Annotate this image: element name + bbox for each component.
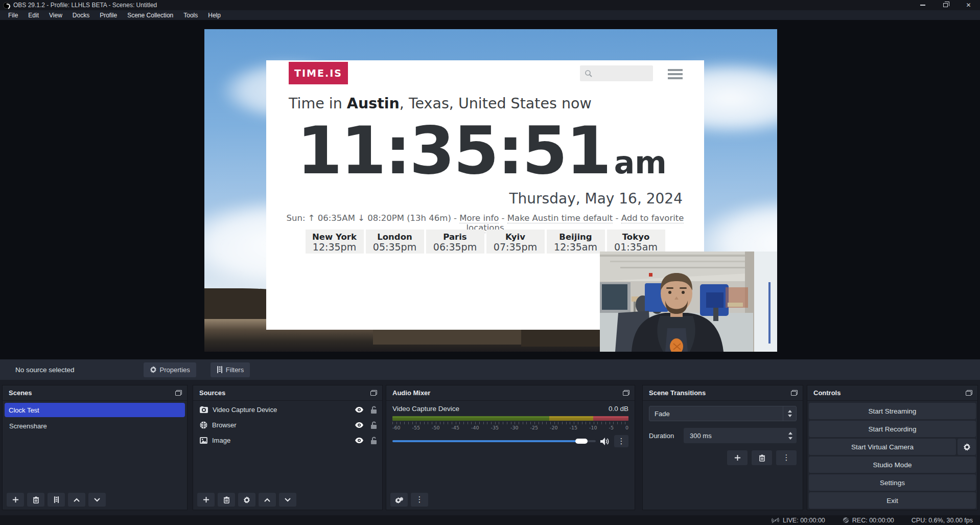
source-browser[interactable]: Browser bbox=[193, 418, 382, 431]
source-video-capture[interactable]: Video Capture Device bbox=[193, 403, 382, 416]
rec-status: REC: 00:00:00 bbox=[843, 517, 894, 524]
remove-source-button[interactable] bbox=[218, 493, 235, 507]
menu-help[interactable]: Help bbox=[203, 10, 226, 20]
cpu-fps-text: CPU: 0.6%, 30.00 fps bbox=[912, 517, 973, 524]
cpu-fps-status: CPU: 0.6%, 30.00 fps bbox=[912, 517, 973, 524]
exit-button[interactable]: Exit bbox=[809, 492, 976, 509]
transition-select[interactable]: Fade bbox=[649, 406, 797, 421]
filter-icon bbox=[217, 366, 223, 373]
city-beijing[interactable]: Beijing12:35am bbox=[547, 230, 605, 254]
make-default-link[interactable]: Make Austin time default bbox=[507, 213, 613, 223]
volume-slider-handle[interactable] bbox=[575, 439, 588, 444]
volume-slider[interactable] bbox=[392, 440, 596, 442]
city-london[interactable]: London05:35pm bbox=[366, 230, 424, 254]
scenes-dock-header: Scenes bbox=[3, 385, 187, 401]
menu-view[interactable]: View bbox=[44, 10, 67, 20]
menu-tools[interactable]: Tools bbox=[178, 10, 203, 20]
popout-icon[interactable] bbox=[791, 390, 798, 396]
transition-menu-button[interactable]: ⋮ bbox=[776, 450, 797, 465]
start-recording-button[interactable]: Start Recording bbox=[809, 421, 976, 437]
mixer-toolbar: ⋮ bbox=[390, 493, 428, 507]
popout-icon[interactable] bbox=[966, 390, 972, 396]
webcam-overlay[interactable] bbox=[600, 252, 777, 352]
program-canvas[interactable]: TIME.IS Time in Austin, Texas, United St… bbox=[204, 29, 777, 352]
scene-up-button[interactable] bbox=[68, 493, 85, 507]
menu-scene-collection[interactable]: Scene Collection bbox=[122, 10, 178, 20]
filters-label: Filters bbox=[226, 366, 244, 374]
scenes-toolbar bbox=[7, 493, 106, 507]
preview-area[interactable]: TIME.IS Time in Austin, Texas, United St… bbox=[0, 20, 980, 359]
properties-label: Properties bbox=[160, 366, 190, 374]
mixer-channel: Video Capture Device 0.0 dB -60-55-50-45… bbox=[386, 401, 635, 447]
remove-scene-button[interactable] bbox=[27, 493, 44, 507]
mixer-menu-button[interactable]: ⋮ bbox=[411, 493, 428, 507]
properties-button[interactable]: Properties bbox=[144, 362, 196, 377]
stream-offline-icon bbox=[771, 517, 780, 523]
visibility-eye-icon[interactable] bbox=[355, 438, 364, 443]
popout-icon[interactable] bbox=[175, 390, 182, 396]
speaker-icon[interactable] bbox=[600, 438, 610, 445]
studio-mode-button[interactable]: Studio Mode bbox=[809, 456, 976, 473]
add-source-button[interactable] bbox=[197, 493, 215, 507]
date-display: Thursday, May 16, 2024 bbox=[509, 190, 683, 207]
visibility-eye-icon[interactable] bbox=[355, 407, 364, 413]
lock-icon[interactable] bbox=[370, 421, 377, 429]
lock-icon[interactable] bbox=[370, 406, 377, 414]
mixer-channel-menu-button[interactable]: ⋮ bbox=[614, 435, 628, 447]
menu-edit[interactable]: Edit bbox=[23, 10, 44, 20]
transitions-dock-header: Scene Transitions bbox=[643, 385, 803, 401]
duration-spin-arrows[interactable] bbox=[784, 432, 797, 440]
menu-profile[interactable]: Profile bbox=[95, 10, 122, 20]
menu-file[interactable]: File bbox=[3, 10, 23, 20]
scene-item-clock-test[interactable]: Clock Test bbox=[5, 403, 185, 417]
transition-select-arrows[interactable] bbox=[783, 406, 796, 421]
source-down-button[interactable] bbox=[279, 493, 296, 507]
scenes-list: Clock Test Screenshare bbox=[3, 403, 187, 432]
duration-spinbox[interactable]: 300 ms bbox=[684, 428, 797, 443]
city-tokyo[interactable]: Tokyo01:35am bbox=[607, 230, 665, 254]
source-up-button[interactable] bbox=[259, 493, 276, 507]
scene-filters-button[interactable] bbox=[48, 493, 65, 507]
controls-title: Controls bbox=[813, 389, 966, 397]
city-kyiv[interactable]: Kyiv07:35pm bbox=[486, 230, 545, 254]
search-input[interactable] bbox=[580, 65, 653, 81]
menu-docks[interactable]: Docks bbox=[67, 10, 95, 20]
advanced-audio-button[interactable] bbox=[390, 493, 408, 507]
source-image[interactable]: Image bbox=[193, 433, 382, 447]
obs-window: OBS 29.1.2 - Profile: LLHLS BETA - Scene… bbox=[0, 0, 980, 525]
source-properties-button[interactable] bbox=[238, 493, 255, 507]
scene-down-button[interactable] bbox=[88, 493, 106, 507]
window-title: OBS 29.1.2 - Profile: LLHLS BETA - Scene… bbox=[13, 2, 157, 9]
scene-item-screenshare[interactable]: Screenshare bbox=[5, 419, 185, 432]
controls-dock-header: Controls bbox=[807, 385, 977, 401]
start-virtual-camera-button[interactable]: Start Virtual Camera bbox=[809, 439, 956, 455]
city-paris[interactable]: Paris06:35pm bbox=[426, 230, 484, 254]
visibility-eye-icon[interactable] bbox=[355, 422, 364, 428]
gear-icon bbox=[150, 366, 157, 373]
remove-transition-button[interactable] bbox=[752, 450, 772, 465]
start-streaming-button[interactable]: Start Streaming bbox=[809, 403, 976, 419]
globe-icon bbox=[200, 421, 207, 429]
filters-button[interactable]: Filters bbox=[211, 362, 250, 377]
timeis-logo[interactable]: TIME.IS bbox=[289, 62, 348, 84]
virtual-camera-settings-button[interactable] bbox=[958, 439, 976, 455]
close-button[interactable]: ✕ bbox=[957, 0, 980, 10]
clock-digits: 11:35:51 bbox=[297, 112, 610, 189]
controls-dock: Controls Start Streaming Start Recording… bbox=[807, 385, 978, 510]
audio-mixer-dock-header: Audio Mixer bbox=[386, 385, 635, 401]
add-transition-button[interactable] bbox=[727, 450, 748, 465]
gear-icon bbox=[963, 443, 971, 451]
lock-icon[interactable] bbox=[370, 437, 377, 444]
hamburger-menu-icon[interactable] bbox=[668, 69, 683, 81]
sources-title: Sources bbox=[199, 389, 370, 397]
sun-times: Sun: ↑ 06:35AM ↓ 08:20PM (13h 46m) - bbox=[287, 213, 460, 223]
more-info-link[interactable]: More info bbox=[459, 213, 499, 223]
add-scene-button[interactable] bbox=[7, 493, 24, 507]
minimize-button[interactable] bbox=[911, 0, 934, 10]
rec-timer: REC: 00:00:00 bbox=[852, 517, 894, 524]
popout-icon[interactable] bbox=[370, 390, 377, 396]
maximize-button[interactable] bbox=[934, 0, 957, 10]
city-newyork[interactable]: New York12:35pm bbox=[306, 230, 364, 254]
popout-icon[interactable] bbox=[623, 390, 629, 396]
settings-button[interactable]: Settings bbox=[809, 474, 976, 491]
